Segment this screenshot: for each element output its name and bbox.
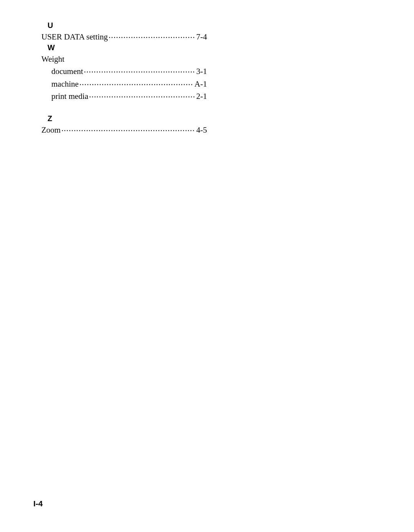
index-column: U USER DATA setting 7-4 W Weight documen… [41, 21, 207, 136]
leader-dots [84, 66, 196, 74]
index-entry: Zoom 4-5 [41, 124, 207, 136]
leader-dots [61, 125, 196, 133]
leader-dots [89, 91, 196, 99]
index-page-ref: 4-5 [196, 124, 207, 136]
index-subheading: Weight [41, 53, 207, 66]
index-term: print media [51, 90, 88, 103]
index-entry: machine A-1 [41, 78, 207, 90]
index-entry: document 3-1 [41, 65, 207, 78]
index-page-ref: 2-1 [196, 90, 207, 103]
index-entry: USER DATA setting 7-4 [41, 31, 207, 43]
index-page-ref: 7-4 [196, 31, 207, 43]
index-letter-z: Z [48, 114, 207, 123]
index-entry: print media 2-1 [41, 90, 207, 103]
leader-dots [79, 79, 194, 87]
index-letter-w: W [48, 43, 207, 52]
index-letter-u: U [48, 21, 207, 30]
page: U USER DATA setting 7-4 W Weight documen… [0, 0, 414, 532]
index-term: document [51, 65, 83, 78]
index-term: machine [51, 78, 79, 90]
index-term: Zoom [41, 124, 61, 136]
index-term: USER DATA setting [41, 31, 108, 43]
index-page-ref: A-1 [194, 78, 207, 90]
page-number: I-4 [33, 499, 43, 508]
leader-dots [108, 31, 196, 39]
index-page-ref: 3-1 [196, 65, 207, 78]
